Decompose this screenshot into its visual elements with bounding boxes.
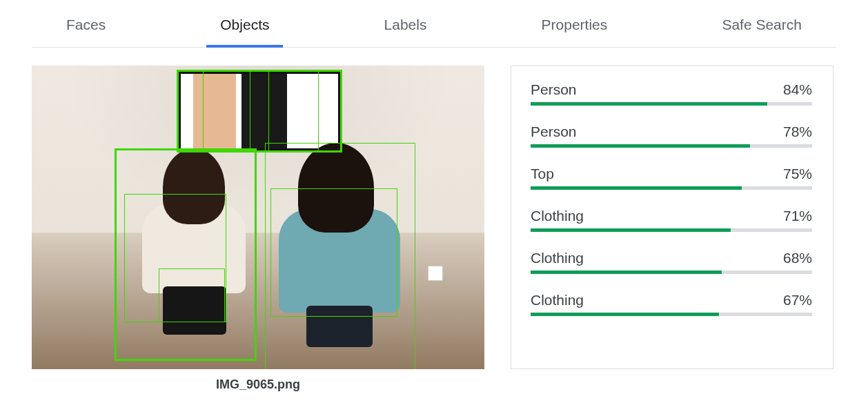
confidence-bar: [531, 271, 812, 274]
image-filename: IMG_9065.png: [32, 377, 484, 392]
object-label: Clothing: [531, 208, 584, 224]
object-score: 67%: [783, 292, 812, 308]
tab-labels[interactable]: Labels: [371, 0, 441, 47]
confidence-bar: [531, 144, 812, 148]
object-label: Clothing: [531, 250, 584, 266]
confidence-bar: [531, 102, 812, 106]
confidence-bar: [531, 313, 812, 316]
object-result-row[interactable]: Person84%: [531, 81, 833, 106]
object-result-row[interactable]: Clothing67%: [531, 292, 833, 316]
object-result-row[interactable]: Clothing71%: [531, 208, 833, 232]
confidence-bar: [531, 186, 812, 190]
tab-faces[interactable]: Faces: [52, 0, 119, 47]
object-label: Person: [531, 124, 577, 140]
object-score: 84%: [783, 81, 812, 98]
object-score: 78%: [783, 124, 812, 140]
object-label: Person: [531, 81, 577, 98]
object-score: 71%: [783, 208, 812, 224]
analyzed-image: [32, 66, 484, 369]
object-result-row[interactable]: Person78%: [531, 124, 833, 148]
bounding-box[interactable]: [159, 268, 225, 322]
object-score: 68%: [783, 250, 812, 266]
bounding-box[interactable]: [250, 71, 319, 153]
objects-results-panel[interactable]: Person84%Person78%Top75%Clothing71%Cloth…: [511, 66, 834, 369]
object-label: Clothing: [531, 292, 584, 308]
object-result-row[interactable]: Top75%: [531, 166, 833, 190]
tabs-bar: FacesObjectsLabelsPropertiesSafe Search: [32, 0, 836, 48]
object-score: 75%: [783, 166, 812, 182]
tab-properties[interactable]: Properties: [528, 0, 622, 47]
object-result-row[interactable]: Clothing68%: [531, 250, 833, 274]
object-label: Top: [531, 166, 554, 182]
tab-safe-search[interactable]: Safe Search: [708, 0, 816, 47]
tab-objects[interactable]: Objects: [206, 0, 283, 47]
confidence-bar: [531, 228, 812, 232]
bounding-box[interactable]: [270, 188, 397, 317]
